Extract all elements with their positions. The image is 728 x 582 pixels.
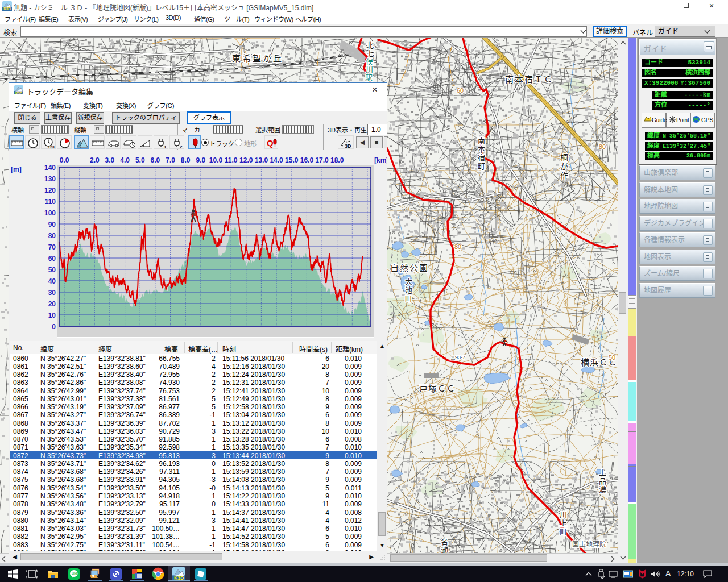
svg-text:南本宿町: 南本宿町: [478, 136, 485, 171]
svg-text:七: 七: [367, 49, 374, 58]
svg-text:南本宿ＩＣ: 南本宿ＩＣ: [505, 74, 553, 84]
svg-text:10.0: 10.0: [209, 156, 223, 164]
svg-text:100: 100: [44, 209, 56, 217]
svg-text:名瀬: 名瀬: [441, 538, 448, 555]
svg-text:K3D: K3D: [174, 575, 184, 580]
svg-text:3.0: 3.0: [105, 156, 115, 164]
svg-text:8.0: 8.0: [181, 156, 191, 164]
svg-text:北: 北: [366, 41, 374, 49]
svg-text:大池町: 大池町: [405, 277, 412, 303]
svg-text:80: 80: [599, 143, 606, 150]
svg-text:16.0: 16.0: [300, 156, 314, 164]
svg-text:140: 140: [44, 164, 56, 172]
svg-text:川: 川: [366, 65, 373, 74]
svg-text:10: 10: [48, 311, 56, 319]
svg-text:50: 50: [48, 266, 56, 274]
svg-text:駅: 駅: [365, 73, 373, 82]
svg-text:△93·7: △93·7: [451, 355, 465, 360]
svg-text:30: 30: [48, 289, 56, 297]
svg-text:14.0: 14.0: [270, 156, 283, 164]
svg-text:0: 0: [52, 323, 56, 331]
svg-text:80: 80: [48, 232, 56, 240]
svg-text:上品濃: 上品濃: [599, 468, 606, 494]
svg-text:自然公園: 自然公園: [390, 263, 429, 273]
svg-text:5.0: 5.0: [135, 156, 145, 164]
svg-text:国土地理院: 国土地理院: [572, 541, 606, 548]
svg-text:70: 70: [48, 243, 56, 251]
svg-text:60: 60: [48, 255, 56, 263]
svg-text:50: 50: [609, 354, 615, 361]
svg-text:[m]: [m]: [11, 165, 22, 173]
svg-text:LINE: LINE: [72, 572, 78, 575]
svg-text:11.0: 11.0: [225, 156, 238, 164]
svg-text:60: 60: [457, 87, 464, 94]
svg-text:9.0: 9.0: [196, 156, 206, 164]
svg-text:17.0: 17.0: [315, 156, 329, 164]
svg-text:110: 110: [45, 198, 56, 206]
svg-text:7.0: 7.0: [166, 156, 175, 164]
svg-text:80: 80: [454, 243, 461, 250]
svg-text:桐が作: 桐が作: [560, 153, 568, 180]
svg-text:6.0: 6.0: [151, 156, 160, 164]
svg-text:15.0: 15.0: [285, 156, 299, 164]
svg-text:40: 40: [48, 277, 56, 285]
svg-text:90: 90: [48, 221, 56, 228]
svg-text:13.0: 13.0: [255, 156, 268, 164]
svg-text:戸塚ＣＣ: 戸塚ＣＣ: [419, 384, 456, 393]
svg-text:K3D: K3D: [3, 7, 11, 11]
svg-text:12.0: 12.0: [239, 156, 253, 164]
svg-text:18.0: 18.0: [330, 156, 344, 164]
svg-text:120: 120: [44, 186, 56, 194]
svg-text:俣: 俣: [366, 57, 373, 66]
svg-text:東希望が丘: 東希望が丘: [232, 53, 283, 63]
svg-text:4.0: 4.0: [120, 156, 130, 164]
svg-text:0.0: 0.0: [60, 156, 69, 164]
svg-text:2.0: 2.0: [90, 156, 100, 164]
svg-text:20: 20: [48, 300, 56, 308]
svg-text:川上町: 川上町: [560, 510, 567, 536]
svg-text:130: 130: [44, 175, 56, 183]
svg-text:[km]: [km]: [374, 156, 387, 164]
